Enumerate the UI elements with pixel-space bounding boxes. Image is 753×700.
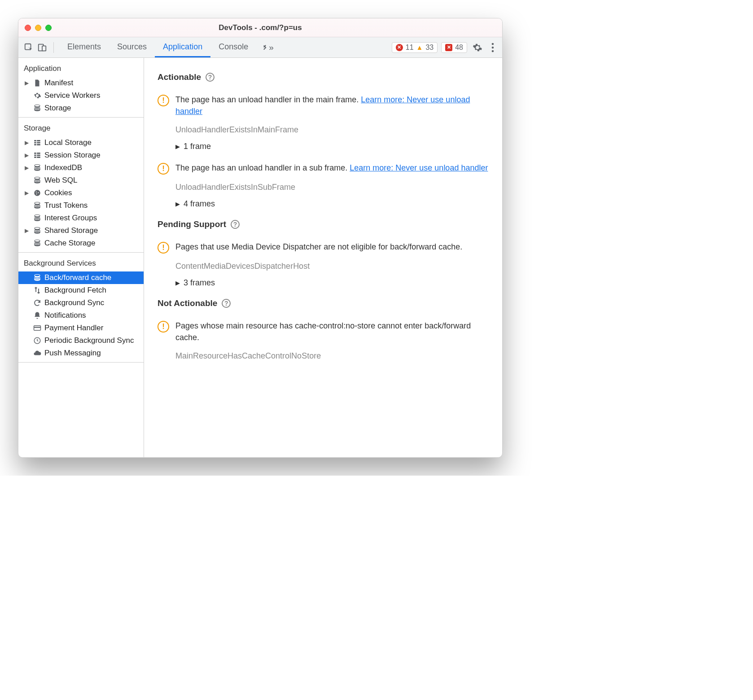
cloud-icon [33, 349, 42, 358]
sidebar-item-periodic-background-sync[interactable]: Periodic Background Sync [18, 334, 144, 347]
sidebar-item-shared-storage[interactable]: ▶Shared Storage [18, 224, 144, 237]
expand-arrow-icon: ▶ [25, 80, 30, 86]
issue-expand[interactable]: ▶4 frames [175, 199, 489, 209]
issue-text: The page has an unload handler in a sub … [175, 162, 488, 175]
issue-expand-label: 1 frame [184, 142, 211, 151]
svg-point-5 [492, 50, 494, 52]
issue-item: !The page has an unload handler in a sub… [158, 162, 489, 175]
svg-rect-21 [37, 157, 40, 158]
issue-message: Pages that use Media Device Dispatcher a… [175, 242, 462, 251]
sidebar-item-label: Manifest [44, 79, 73, 88]
db-icon [33, 239, 42, 248]
expand-arrow-icon: ▶ [25, 165, 30, 171]
help-icon[interactable]: ? [231, 220, 240, 229]
sidebar-item-trust-tokens[interactable]: Trust Tokens [18, 199, 144, 212]
tab-console[interactable]: Console [210, 37, 256, 57]
svg-point-3 [492, 43, 494, 45]
sidebar-item-label: Notifications [44, 311, 86, 320]
sidebar-item-background-fetch[interactable]: Background Fetch [18, 284, 144, 297]
sidebar-item-service-workers[interactable]: Service Workers [18, 89, 144, 102]
devtools-window: DevTools - .com/?p=us Elements Sources A… [18, 18, 503, 458]
content-pane: Actionable?!The page has an unload handl… [144, 58, 502, 457]
sidebar-item-label: Cache Storage [44, 239, 95, 248]
issue-message: The page has an unload handler in a sub … [175, 163, 350, 172]
device-toggle-icon[interactable] [36, 42, 48, 53]
settings-icon[interactable] [469, 43, 486, 52]
svg-point-31 [36, 192, 37, 192]
svg-rect-12 [34, 142, 36, 144]
more-tabs-icon[interactable]: » [256, 37, 278, 57]
caret-icon: ▶ [175, 280, 180, 286]
warning-icon: ! [158, 321, 169, 332]
tab-elements[interactable]: Elements [59, 37, 109, 57]
warning-icon: ▲ [416, 44, 423, 51]
sidebar-item-manifest[interactable]: ▶Manifest [18, 77, 144, 89]
issue-expand[interactable]: ▶1 frame [175, 142, 489, 151]
help-icon[interactable]: ? [222, 299, 231, 308]
sidebar-item-push-messaging[interactable]: Push Messaging [18, 347, 144, 359]
main-toolbar: Elements Sources Application Console » ✕… [18, 37, 502, 58]
bell-icon [33, 311, 42, 320]
svg-rect-11 [37, 140, 40, 141]
sidebar-item-label: Back/forward cache [44, 273, 111, 282]
sidebar-group: Background ServicesBack/forward cacheBac… [18, 253, 144, 363]
titlebar: DevTools - .com/?p=us [18, 18, 502, 37]
section-title-text: Pending Support [158, 219, 226, 229]
sidebar-item-label: IndexedDB [44, 163, 82, 172]
issue-item: !Pages that use Media Device Dispatcher … [158, 241, 489, 254]
issue-expand[interactable]: ▶3 frames [175, 278, 489, 288]
sidebar-group-head: Background Services [18, 255, 144, 271]
sidebar-item-cookies[interactable]: ▶Cookies [18, 187, 144, 199]
svg-rect-18 [34, 155, 36, 156]
sidebar-item-interest-groups[interactable]: Interest Groups [18, 212, 144, 224]
issue-code: MainResourceHasCacheControlNoStore [175, 351, 489, 361]
sidebar-item-label: Push Messaging [44, 349, 101, 358]
help-icon[interactable]: ? [206, 73, 215, 82]
section-title: Not Actionable? [158, 298, 489, 308]
issue-icon: ✕ [445, 44, 452, 51]
issue-expand-label: 3 frames [184, 278, 215, 288]
svg-rect-19 [37, 155, 40, 156]
divider [53, 42, 54, 53]
sidebar-item-background-sync[interactable]: Background Sync [18, 297, 144, 309]
sidebar-item-session-storage[interactable]: ▶Session Storage [18, 149, 144, 162]
warning-icon: ! [158, 163, 169, 175]
db-icon [33, 163, 42, 172]
sidebar-item-local-storage[interactable]: ▶Local Storage [18, 136, 144, 149]
db-icon [33, 104, 42, 113]
sidebar-group: Storage▶Local Storage▶Session Storage▶In… [18, 118, 144, 253]
sidebar-item-back-forward-cache[interactable]: Back/forward cache [18, 271, 144, 284]
clock-icon [33, 336, 42, 345]
db-icon [33, 226, 42, 235]
expand-arrow-icon: ▶ [25, 190, 30, 196]
inspect-icon[interactable] [23, 42, 35, 53]
sidebar-item-storage[interactable]: Storage [18, 102, 144, 114]
svg-rect-10 [34, 140, 36, 141]
sidebar-item-label: Periodic Background Sync [44, 336, 134, 345]
issue-item: !Pages whose main resource has cache-con… [158, 320, 489, 343]
sidebar-item-label: Background Fetch [44, 286, 106, 295]
sidebar-item-cache-storage[interactable]: Cache Storage [18, 237, 144, 249]
sidebar-item-payment-handler[interactable]: Payment Handler [18, 322, 144, 334]
more-menu-icon[interactable] [488, 43, 498, 52]
tab-application[interactable]: Application [155, 37, 210, 57]
svg-rect-14 [34, 144, 36, 145]
tab-sources[interactable]: Sources [109, 37, 155, 57]
db-icon [33, 273, 42, 282]
issues-badge[interactable]: ✕ 48 [441, 42, 467, 53]
sidebar-group-head: Application [18, 61, 144, 77]
sidebar-item-notifications[interactable]: Notifications [18, 309, 144, 322]
sidebar-item-web-sql[interactable]: Web SQL [18, 174, 144, 187]
file-icon [33, 79, 42, 88]
learn-more-link[interactable]: Learn more: Never use unload handler [350, 163, 488, 172]
issue-code: ContentMediaDevicesDispatcherHost [175, 262, 489, 271]
db-icon [33, 201, 42, 210]
sidebar-item-label: Local Storage [44, 138, 92, 147]
section-title-text: Actionable [158, 72, 201, 82]
sidebar-item-indexeddb[interactable]: ▶IndexedDB [18, 162, 144, 174]
panel-body: Application▶ManifestService WorkersStora… [18, 58, 502, 457]
sidebar-item-label: Shared Storage [44, 226, 98, 235]
errors-badge[interactable]: ✕ 11 ▲ 33 [392, 42, 438, 53]
section-title: Actionable? [158, 72, 489, 82]
section-title: Pending Support? [158, 219, 489, 229]
